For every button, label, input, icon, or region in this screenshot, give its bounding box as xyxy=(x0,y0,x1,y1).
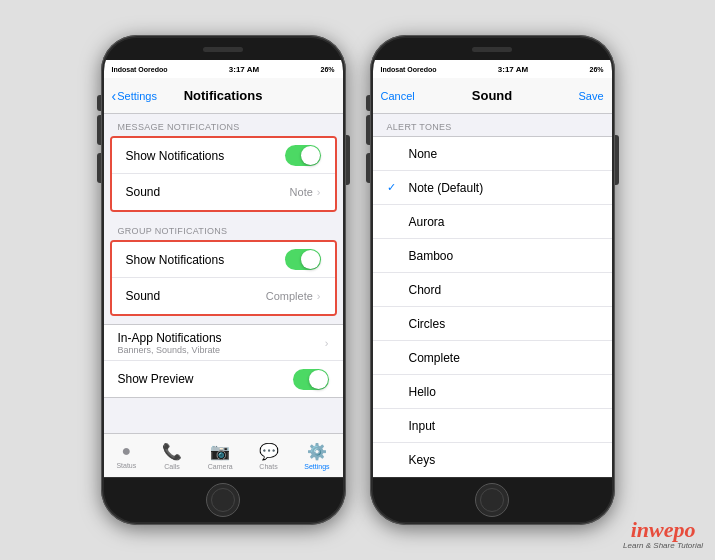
phone-bottom-right xyxy=(373,477,612,522)
toggle-knob xyxy=(301,146,320,165)
msg-show-notifications-label: Show Notifications xyxy=(126,149,285,163)
msg-sound-chevron: › xyxy=(317,186,321,198)
group-sound-value: Complete xyxy=(266,290,313,302)
back-arrow-icon: ‹ xyxy=(112,88,117,104)
msg-sound-label: Sound xyxy=(126,185,290,199)
group-sound-row[interactable]: Sound Complete › xyxy=(112,278,335,314)
tab-status[interactable]: ● Status xyxy=(116,442,136,469)
group-show-notifications-toggle[interactable] xyxy=(285,249,321,270)
time-right: 3:17 AM xyxy=(498,65,528,74)
status-bar-left: Indosat Ooredoo 3:17 AM 26% xyxy=(104,60,343,78)
sound-input[interactable]: Input xyxy=(373,409,612,443)
watermark: inwepo Learn & Share Tutorial xyxy=(623,519,703,550)
show-preview-toggle[interactable] xyxy=(293,369,329,390)
complete-label: Complete xyxy=(409,351,460,365)
toggle-knob-2 xyxy=(301,250,320,269)
toggle-knob-3 xyxy=(309,370,328,389)
input-label: Input xyxy=(409,419,436,433)
msg-show-notifications-row: Show Notifications xyxy=(112,138,335,174)
sound-hello[interactable]: Hello xyxy=(373,375,612,409)
brand-name: inwepo xyxy=(623,519,703,541)
tab-chats[interactable]: 💬 Chats xyxy=(259,442,279,470)
home-button-inner-left xyxy=(211,488,235,512)
carrier-right: Indosat Ooredoo xyxy=(381,66,437,73)
group-section-header: GROUP NOTIFICATIONS xyxy=(104,218,343,240)
home-button-left[interactable] xyxy=(206,483,240,517)
sound-note-default[interactable]: ✓ Note (Default) xyxy=(373,171,612,205)
msg-section-header: MESSAGE NOTIFICATIONS xyxy=(104,114,343,136)
left-phone: Indosat Ooredoo 3:17 AM 26% ‹ Settings N… xyxy=(101,35,346,525)
inapp-label: In-App Notifications xyxy=(118,331,325,345)
tab-camera[interactable]: 📷 Camera xyxy=(208,442,233,470)
tab-calls[interactable]: 📞 Calls xyxy=(162,442,182,470)
phone-top-bar xyxy=(104,38,343,60)
save-button[interactable]: Save xyxy=(578,90,603,102)
inapp-chevron: › xyxy=(325,337,329,349)
keys-label: Keys xyxy=(409,453,436,467)
group-highlight-box: Show Notifications Sound Complete › xyxy=(110,240,337,316)
group-show-notifications-label: Show Notifications xyxy=(126,253,285,267)
inapp-sublabel: Banners, Sounds, Vibrate xyxy=(118,345,325,355)
sound-group: None ✓ Note (Default) Aurora Bamboo xyxy=(373,136,612,477)
back-label: Settings xyxy=(117,90,157,102)
show-preview-label: Show Preview xyxy=(118,372,293,386)
cancel-button[interactable]: Cancel xyxy=(381,90,415,102)
phone-top-bar-right xyxy=(373,38,612,60)
time-left: 3:17 AM xyxy=(229,65,259,74)
right-phone: Indosat Ooredoo 3:17 AM 26% Cancel Sound… xyxy=(370,35,615,525)
none-label: None xyxy=(409,147,438,161)
alert-tones-header: ALERT TONES xyxy=(373,114,612,136)
chats-tab-icon: 💬 xyxy=(259,442,279,461)
status-tab-icon: ● xyxy=(121,442,131,460)
sound-keys[interactable]: Keys xyxy=(373,443,612,477)
aurora-label: Aurora xyxy=(409,215,445,229)
settings-tab-icon: ⚙️ xyxy=(307,442,327,461)
camera-tab-icon: 📷 xyxy=(210,442,230,461)
settings-tab-label: Settings xyxy=(304,463,329,470)
home-button-right[interactable] xyxy=(475,483,509,517)
sound-chord[interactable]: Chord xyxy=(373,273,612,307)
brand-tagline: Learn & Share Tutorial xyxy=(623,541,703,550)
show-preview-row: Show Preview xyxy=(104,361,343,397)
sound-circles[interactable]: Circles xyxy=(373,307,612,341)
sound-bamboo[interactable]: Bamboo xyxy=(373,239,612,273)
inapp-group: In-App Notifications Banners, Sounds, Vi… xyxy=(104,324,343,398)
nav-bar-left: ‹ Settings Notifications xyxy=(104,78,343,114)
msg-highlight-box: Show Notifications Sound Note › xyxy=(110,136,337,212)
note-check: ✓ xyxy=(387,181,401,194)
speaker xyxy=(203,47,243,52)
note-label: Note (Default) xyxy=(409,181,484,195)
phone-bottom-left xyxy=(104,477,343,522)
home-button-inner-right xyxy=(480,488,504,512)
inapp-notifications-row[interactable]: In-App Notifications Banners, Sounds, Vi… xyxy=(104,325,343,361)
battery-right: 26% xyxy=(589,66,603,73)
speaker-right xyxy=(472,47,512,52)
carrier-left: Indosat Ooredoo xyxy=(112,66,168,73)
tab-bar-left: ● Status 📞 Calls 📷 Camera 💬 Chats ⚙️ xyxy=(104,433,343,477)
msg-sound-value: Note xyxy=(290,186,313,198)
chord-label: Chord xyxy=(409,283,442,297)
circles-label: Circles xyxy=(409,317,446,331)
status-bar-right: Indosat Ooredoo 3:17 AM 26% xyxy=(373,60,612,78)
settings-content: MESSAGE NOTIFICATIONS Show Notifications… xyxy=(104,114,343,433)
back-button[interactable]: ‹ Settings xyxy=(112,88,157,104)
tab-settings[interactable]: ⚙️ Settings xyxy=(304,442,329,470)
status-tab-label: Status xyxy=(116,462,136,469)
group-sound-label: Sound xyxy=(126,289,266,303)
bamboo-label: Bamboo xyxy=(409,249,454,263)
msg-show-notifications-toggle[interactable] xyxy=(285,145,321,166)
sound-aurora[interactable]: Aurora xyxy=(373,205,612,239)
nav-title-left: Notifications xyxy=(184,88,263,103)
chats-tab-label: Chats xyxy=(259,463,277,470)
group-show-notifications-row: Show Notifications xyxy=(112,242,335,278)
sound-complete[interactable]: Complete xyxy=(373,341,612,375)
calls-tab-icon: 📞 xyxy=(162,442,182,461)
sound-none[interactable]: None xyxy=(373,137,612,171)
battery-left: 26% xyxy=(320,66,334,73)
hello-label: Hello xyxy=(409,385,436,399)
nav-bar-right: Cancel Sound Save xyxy=(373,78,612,114)
group-sound-chevron: › xyxy=(317,290,321,302)
nav-title-right: Sound xyxy=(472,88,512,103)
msg-sound-row[interactable]: Sound Note › xyxy=(112,174,335,210)
camera-tab-label: Camera xyxy=(208,463,233,470)
